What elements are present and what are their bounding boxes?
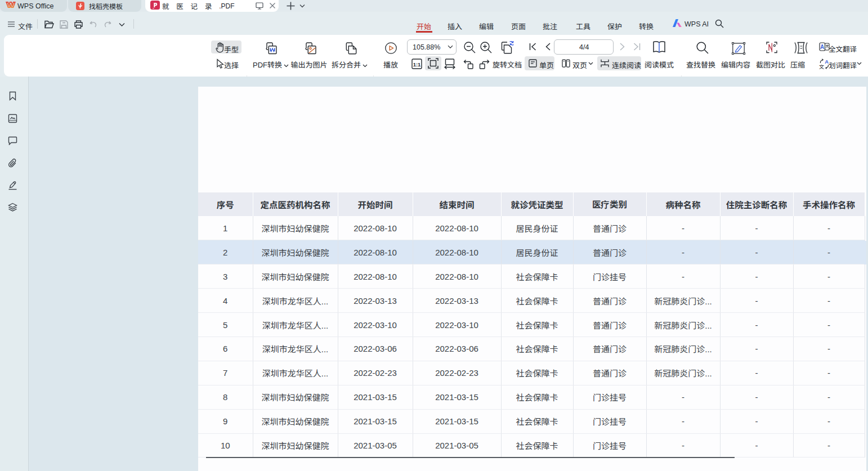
svg-text:文: 文 xyxy=(819,63,824,70)
svg-text:1:1: 1:1 xyxy=(413,61,421,68)
svg-text:A: A xyxy=(820,44,824,50)
